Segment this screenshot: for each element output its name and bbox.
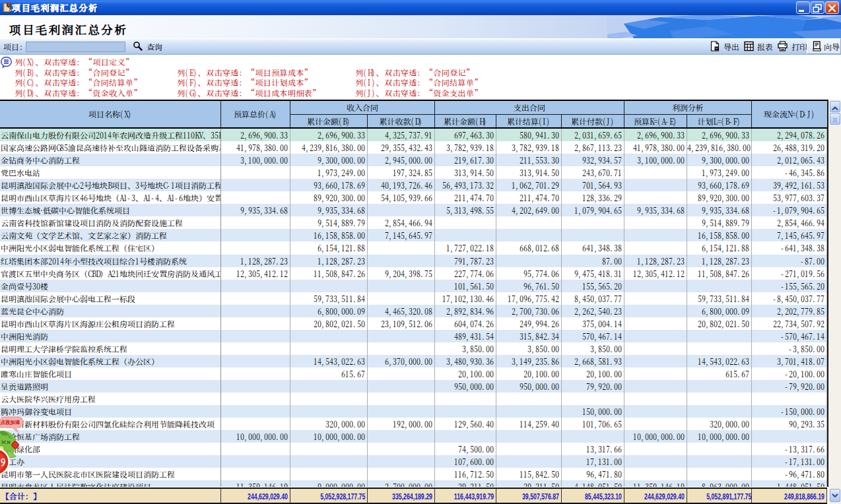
- svg-text:点我加速: 点我加速: [0, 418, 20, 425]
- svg-text:9: 9: [1, 455, 5, 468]
